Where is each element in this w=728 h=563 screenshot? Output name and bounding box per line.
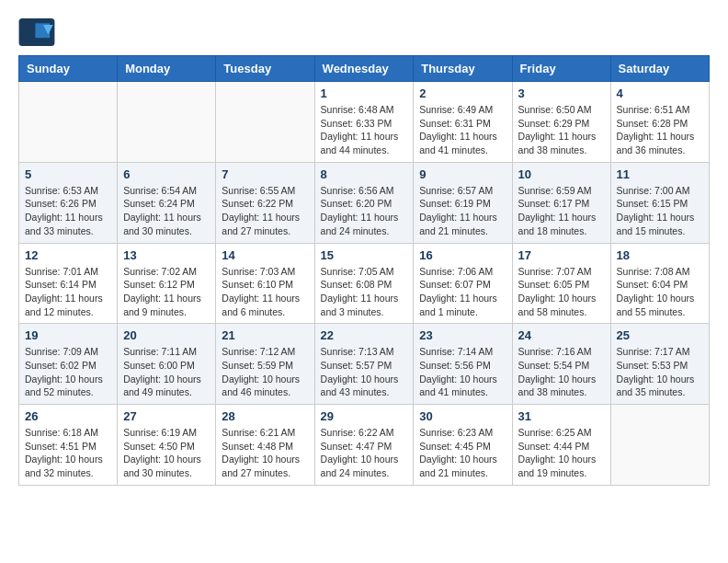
day-number: 17 xyxy=(518,248,605,262)
day-number: 6 xyxy=(123,167,210,181)
calendar-header-row: SundayMondayTuesdayWednesdayThursdayFrid… xyxy=(19,56,710,82)
day-info: Sunrise: 6:21 AMSunset: 4:48 PMDaylight:… xyxy=(222,426,308,480)
day-info: Sunrise: 6:23 AMSunset: 4:45 PMDaylight:… xyxy=(419,426,506,480)
calendar-cell: 31Sunrise: 6:25 AMSunset: 4:44 PMDayligh… xyxy=(512,405,610,486)
day-info: Sunrise: 6:54 AMSunset: 6:24 PMDaylight:… xyxy=(123,184,210,238)
day-number: 21 xyxy=(222,328,308,342)
day-info: Sunrise: 7:02 AMSunset: 6:12 PMDaylight:… xyxy=(123,265,210,319)
calendar-cell: 5Sunrise: 6:53 AMSunset: 6:26 PMDaylight… xyxy=(19,162,118,243)
day-info: Sunrise: 7:05 AMSunset: 6:08 PMDaylight:… xyxy=(321,265,408,319)
day-info: Sunrise: 7:09 AMSunset: 6:02 PMDaylight:… xyxy=(25,345,111,399)
calendar-cell xyxy=(19,82,118,163)
calendar-cell xyxy=(118,82,216,163)
calendar-table: SundayMondayTuesdayWednesdayThursdayFrid… xyxy=(18,55,710,486)
day-number: 19 xyxy=(25,328,111,342)
day-number: 26 xyxy=(25,409,111,423)
calendar-cell: 16Sunrise: 7:06 AMSunset: 6:07 PMDayligh… xyxy=(414,243,512,324)
day-info: Sunrise: 6:50 AMSunset: 6:29 PMDaylight:… xyxy=(518,103,605,157)
day-number: 23 xyxy=(419,328,506,342)
day-info: Sunrise: 6:19 AMSunset: 4:50 PMDaylight:… xyxy=(123,426,210,480)
day-number: 10 xyxy=(518,167,605,181)
calendar-cell: 17Sunrise: 7:07 AMSunset: 6:05 PMDayligh… xyxy=(512,243,610,324)
calendar-cell: 12Sunrise: 7:01 AMSunset: 6:14 PMDayligh… xyxy=(19,243,118,324)
calendar-cell: 9Sunrise: 6:57 AMSunset: 6:19 PMDaylight… xyxy=(414,162,512,243)
calendar-cell: 4Sunrise: 6:51 AMSunset: 6:28 PMDaylight… xyxy=(610,82,709,163)
day-info: Sunrise: 7:01 AMSunset: 6:14 PMDaylight:… xyxy=(25,265,111,319)
day-info: Sunrise: 7:06 AMSunset: 6:07 PMDaylight:… xyxy=(419,265,506,319)
day-info: Sunrise: 7:16 AMSunset: 5:54 PMDaylight:… xyxy=(518,345,605,399)
logo xyxy=(18,18,59,46)
calendar-cell: 1Sunrise: 6:48 AMSunset: 6:33 PMDaylight… xyxy=(314,82,414,163)
day-number: 25 xyxy=(617,328,703,342)
weekday-header-sunday: Sunday xyxy=(19,56,118,82)
day-info: Sunrise: 7:13 AMSunset: 5:57 PMDaylight:… xyxy=(321,345,408,399)
day-info: Sunrise: 6:18 AMSunset: 4:51 PMDaylight:… xyxy=(25,426,111,480)
calendar-cell: 6Sunrise: 6:54 AMSunset: 6:24 PMDaylight… xyxy=(118,162,216,243)
day-number: 1 xyxy=(321,86,408,100)
day-number: 4 xyxy=(617,86,703,100)
day-info: Sunrise: 7:00 AMSunset: 6:15 PMDaylight:… xyxy=(617,184,703,238)
day-number: 28 xyxy=(222,409,308,423)
day-number: 13 xyxy=(123,248,210,262)
day-info: Sunrise: 6:56 AMSunset: 6:20 PMDaylight:… xyxy=(321,184,408,238)
day-number: 30 xyxy=(419,409,506,423)
weekday-header-saturday: Saturday xyxy=(610,56,709,82)
calendar-cell: 13Sunrise: 7:02 AMSunset: 6:12 PMDayligh… xyxy=(118,243,216,324)
weekday-header-thursday: Thursday xyxy=(414,56,512,82)
calendar-cell: 2Sunrise: 6:49 AMSunset: 6:31 PMDaylight… xyxy=(414,82,512,163)
day-number: 11 xyxy=(617,167,703,181)
day-info: Sunrise: 6:51 AMSunset: 6:28 PMDaylight:… xyxy=(617,103,703,157)
calendar-cell: 29Sunrise: 6:22 AMSunset: 4:47 PMDayligh… xyxy=(314,405,414,486)
day-number: 31 xyxy=(518,409,605,423)
day-info: Sunrise: 6:57 AMSunset: 6:19 PMDaylight:… xyxy=(419,184,506,238)
weekday-header-wednesday: Wednesday xyxy=(314,56,414,82)
day-number: 2 xyxy=(419,86,506,100)
day-number: 3 xyxy=(518,86,605,100)
day-info: Sunrise: 7:08 AMSunset: 6:04 PMDaylight:… xyxy=(617,265,703,319)
day-number: 7 xyxy=(222,167,308,181)
day-info: Sunrise: 6:22 AMSunset: 4:47 PMDaylight:… xyxy=(321,426,408,480)
day-info: Sunrise: 6:25 AMSunset: 4:44 PMDaylight:… xyxy=(518,426,605,480)
weekday-header-tuesday: Tuesday xyxy=(216,56,314,82)
day-info: Sunrise: 7:03 AMSunset: 6:10 PMDaylight:… xyxy=(222,265,308,319)
calendar-cell: 27Sunrise: 6:19 AMSunset: 4:50 PMDayligh… xyxy=(118,405,216,486)
calendar-cell: 11Sunrise: 7:00 AMSunset: 6:15 PMDayligh… xyxy=(610,162,709,243)
calendar-cell: 25Sunrise: 7:17 AMSunset: 5:53 PMDayligh… xyxy=(610,324,709,405)
calendar-cell: 15Sunrise: 7:05 AMSunset: 6:08 PMDayligh… xyxy=(314,243,414,324)
day-info: Sunrise: 7:17 AMSunset: 5:53 PMDaylight:… xyxy=(617,345,703,399)
calendar-week-row: 26Sunrise: 6:18 AMSunset: 4:51 PMDayligh… xyxy=(19,405,710,486)
calendar-week-row: 19Sunrise: 7:09 AMSunset: 6:02 PMDayligh… xyxy=(19,324,710,405)
day-info: Sunrise: 6:59 AMSunset: 6:17 PMDaylight:… xyxy=(518,184,605,238)
day-number: 8 xyxy=(321,167,408,181)
calendar-cell: 10Sunrise: 6:59 AMSunset: 6:17 PMDayligh… xyxy=(512,162,610,243)
day-info: Sunrise: 6:48 AMSunset: 6:33 PMDaylight:… xyxy=(321,103,408,157)
calendar-cell: 14Sunrise: 7:03 AMSunset: 6:10 PMDayligh… xyxy=(216,243,314,324)
day-info: Sunrise: 7:11 AMSunset: 6:00 PMDaylight:… xyxy=(123,345,210,399)
calendar-week-row: 1Sunrise: 6:48 AMSunset: 6:33 PMDaylight… xyxy=(19,82,710,163)
weekday-header-monday: Monday xyxy=(118,56,216,82)
calendar-cell xyxy=(610,405,709,486)
day-number: 24 xyxy=(518,328,605,342)
day-number: 20 xyxy=(123,328,210,342)
calendar-cell: 21Sunrise: 7:12 AMSunset: 5:59 PMDayligh… xyxy=(216,324,314,405)
calendar-cell: 26Sunrise: 6:18 AMSunset: 4:51 PMDayligh… xyxy=(19,405,118,486)
calendar-cell: 18Sunrise: 7:08 AMSunset: 6:04 PMDayligh… xyxy=(610,243,709,324)
page-header xyxy=(18,18,710,46)
day-info: Sunrise: 7:07 AMSunset: 6:05 PMDaylight:… xyxy=(518,265,605,319)
day-number: 9 xyxy=(419,167,506,181)
calendar-week-row: 5Sunrise: 6:53 AMSunset: 6:26 PMDaylight… xyxy=(19,162,710,243)
day-info: Sunrise: 6:55 AMSunset: 6:22 PMDaylight:… xyxy=(222,184,308,238)
day-number: 14 xyxy=(222,248,308,262)
calendar-cell xyxy=(216,82,314,163)
day-info: Sunrise: 7:12 AMSunset: 5:59 PMDaylight:… xyxy=(222,345,308,399)
calendar-cell: 20Sunrise: 7:11 AMSunset: 6:00 PMDayligh… xyxy=(118,324,216,405)
calendar-cell: 3Sunrise: 6:50 AMSunset: 6:29 PMDaylight… xyxy=(512,82,610,163)
day-info: Sunrise: 6:49 AMSunset: 6:31 PMDaylight:… xyxy=(419,103,506,157)
day-number: 15 xyxy=(321,248,408,262)
day-number: 5 xyxy=(25,167,111,181)
calendar-cell: 23Sunrise: 7:14 AMSunset: 5:56 PMDayligh… xyxy=(414,324,512,405)
calendar-cell: 19Sunrise: 7:09 AMSunset: 6:02 PMDayligh… xyxy=(19,324,118,405)
calendar-cell: 30Sunrise: 6:23 AMSunset: 4:45 PMDayligh… xyxy=(414,405,512,486)
day-number: 16 xyxy=(419,248,506,262)
calendar-cell: 22Sunrise: 7:13 AMSunset: 5:57 PMDayligh… xyxy=(314,324,414,405)
